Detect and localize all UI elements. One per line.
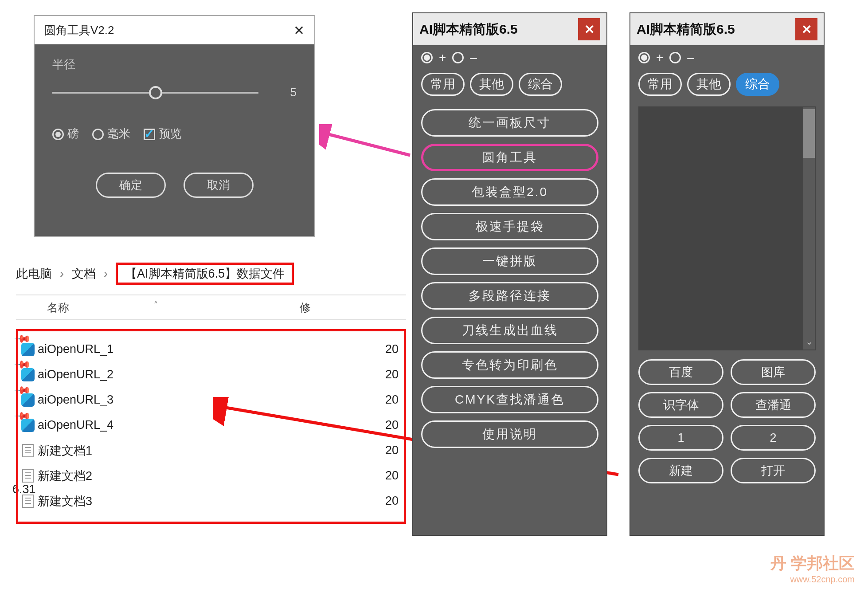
crumb-this-pc[interactable]: 此电脑 [16,266,52,282]
panel-title: AI脚本精简版6.5 [419,20,518,39]
chevron-right-icon: › [104,267,108,281]
dialog-buttons: 确定 取消 [52,173,297,198]
text-file-icon [18,469,38,483]
watermark: 丹 学邦社区 www.52cnp.com [770,553,855,585]
tab-常用[interactable]: 常用 [638,73,682,96]
script-button[interactable]: 极速手提袋 [421,213,598,240]
file-explorer: 此电脑 › 文档 › 【AI脚本精简版6.5】数据文件 名称 ˄ 修 aiOpe… [16,261,406,524]
link-button[interactable]: 1 [638,425,723,451]
round-corner-dialog: 圆角工具V2.2 ✕ 半径 5 磅 毫米 预览 确定 取消 [34,15,315,237]
url-file-icon [18,368,38,381]
cancel-button[interactable]: 取消 [184,173,254,198]
script-button[interactable]: 圆角工具 [421,144,598,171]
file-row[interactable]: 新建文档320 [18,488,404,514]
script-button[interactable]: 一键拼版 [421,247,598,275]
tab-常用[interactable]: 常用 [421,73,465,96]
breadcrumb: 此电脑 › 文档 › 【AI脚本精简版6.5】数据文件 [16,261,406,294]
plus-label: + [439,51,446,65]
chevron-down-icon[interactable]: ⌄ [803,336,815,349]
url-file-icon [18,419,38,432]
url-file-icon [18,343,38,356]
radius-slider[interactable]: 5 [52,86,297,99]
script-button[interactable]: 包装盒型2.0 [421,178,598,206]
chevron-right-icon: › [60,267,64,281]
slider-thumb[interactable] [149,86,162,99]
link-button[interactable]: 图库 [731,359,816,385]
link-button[interactable]: 新建 [638,458,723,483]
tab-其他[interactable]: 其他 [470,73,513,96]
link-button[interactable]: 百度 [638,359,723,385]
file-row[interactable]: 新建文档220 [18,463,404,488]
link-button[interactable]: 识字体 [638,392,723,418]
link-button[interactable]: 2 [731,425,816,451]
text-file-icon [18,444,38,457]
file-mod: 20 [368,444,404,457]
script-button[interactable]: 多段路径连接 [421,282,598,310]
file-row[interactable]: aiOpenURL_120 [18,337,404,362]
zoom-out-radio[interactable] [669,52,681,63]
file-row[interactable]: 新建文档120 [18,438,404,463]
script-button[interactable]: 统一画板尺寸 [421,109,598,137]
col-name-header[interactable]: 名称 ˄ [16,300,300,315]
tab-综合[interactable]: 综合 [519,73,562,96]
file-row[interactable]: aiOpenURL_420 [18,412,404,438]
url-file-icon [18,393,38,407]
file-mod: 20 [368,418,404,432]
svg-line-0 [324,133,410,155]
ok-button[interactable]: 确定 [96,173,166,198]
script-button[interactable]: 刀线生成出血线 [421,317,598,344]
slider-track[interactable] [52,92,258,94]
link-button[interactable]: 查潘通 [731,392,816,418]
radio-icon [52,129,64,140]
file-mod: 20 [368,494,404,508]
tab-综合[interactable]: 综合 [736,73,779,96]
file-name: 新建文档2 [38,468,368,484]
crumb-documents[interactable]: 文档 [72,266,96,282]
zoom-in-radio[interactable] [421,52,433,63]
file-name: aiOpenURL_2 [38,368,368,381]
panel-titlebar: AI脚本精简版6.5 ✕ [413,13,606,45]
link-button[interactable]: 打开 [731,458,816,483]
scrollbar-thumb[interactable] [803,109,815,158]
checkbox-icon [144,129,155,140]
column-headers: 名称 ˄ 修 [16,294,406,320]
script-button[interactable]: 使用说明 [421,420,598,448]
crumb-current-folder[interactable]: 【AI脚本精简版6.5】数据文件 [116,263,294,285]
script-button[interactable]: CMYK查找潘通色 [421,386,598,413]
col-mod-header[interactable]: 修 [300,300,406,315]
col-name-label: 名称 [47,301,69,314]
file-mod: 20 [368,368,404,381]
zoom-in-radio[interactable] [638,52,650,63]
file-name: aiOpenURL_1 [38,342,368,356]
file-row[interactable]: aiOpenURL_320 [18,387,404,412]
scripts-column: 统一画板尺寸圆角工具包装盒型2.0极速手提袋一键拼版多段路径连接刀线生成出血线专… [413,103,606,452]
dialog-title: 圆角工具V2.2 [44,23,114,38]
plus-label: + [656,51,663,65]
script-panel-comprehensive: AI脚本精简版6.5 ✕ + – 常用其他综合 ⌄ 百度图库识字体查潘通12新建… [629,12,825,536]
file-row[interactable]: aiOpenURL_220 [18,362,404,387]
sort-up-icon: ˄ [153,300,158,312]
panel-titlebar: AI脚本精简版6.5 ✕ [630,13,824,45]
file-name: 新建文档3 [38,493,368,509]
content-area[interactable]: ⌄ [638,106,816,350]
file-mod: 20 [368,469,404,483]
script-button[interactable]: 专色转为印刷色 [421,351,598,379]
file-mod: 20 [368,393,404,407]
close-icon[interactable]: ✕ [578,18,600,40]
tab-其他[interactable]: 其他 [687,73,731,96]
close-icon[interactable]: ✕ [293,23,305,38]
preview-checkbox[interactable]: 预览 [144,126,182,141]
dialog-body: 半径 5 磅 毫米 预览 确定 取消 [35,45,314,236]
radius-value: 5 [270,86,297,99]
scrollbar[interactable]: ⌄ [803,107,815,349]
unit-options: 磅 毫米 预览 [52,126,297,141]
close-icon[interactable]: ✕ [795,18,817,40]
radius-label: 半径 [52,57,297,72]
zoom-out-radio[interactable] [452,52,464,63]
minus-label: – [470,51,477,65]
file-mod: 20 [368,342,404,356]
unit-pt-radio[interactable]: 磅 [52,126,79,141]
tab-row: 常用其他综合 [413,70,606,103]
unit-mm-radio[interactable]: 毫米 [92,126,130,141]
radio-icon [92,129,104,140]
